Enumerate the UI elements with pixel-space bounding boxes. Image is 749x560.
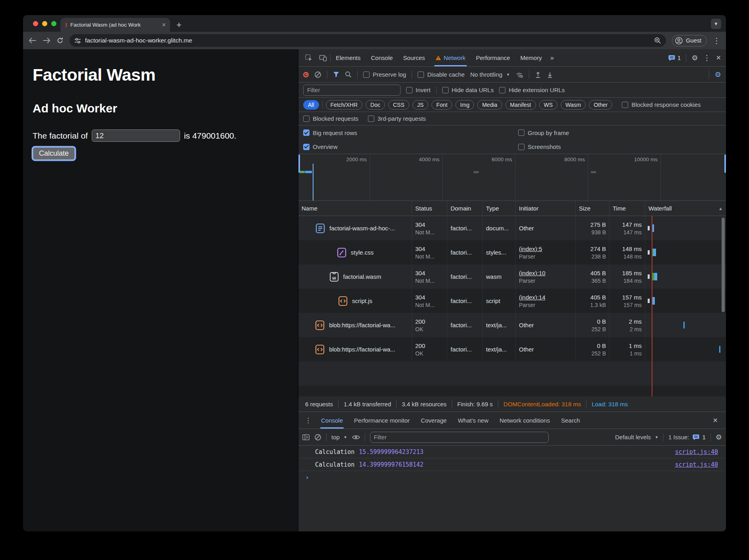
network-search-icon[interactable]: [345, 71, 352, 78]
hide-data-urls-checkbox[interactable]: Hide data URLs: [442, 87, 494, 93]
column-header-name[interactable]: Name: [298, 201, 412, 216]
context-selector-dropdown[interactable]: top ▼: [331, 434, 347, 440]
tab-search-chevron-icon[interactable]: ▼: [711, 19, 721, 29]
column-header-type[interactable]: Type: [483, 201, 516, 216]
tab-memory[interactable]: Memory: [515, 49, 547, 66]
address-bar[interactable]: factorial-wasm-ad-hoc-worker.glitch.me: [70, 34, 666, 47]
issues-counter-button[interactable]: 1 Issue: 1: [668, 434, 706, 440]
browser-menu-kebab-icon[interactable]: ⋮: [713, 36, 720, 45]
live-expression-eye-icon[interactable]: [352, 434, 360, 440]
chip-all[interactable]: All: [303, 100, 319, 110]
filter-funnel-icon[interactable]: [333, 71, 339, 77]
back-icon[interactable]: [29, 37, 37, 44]
initiator-link[interactable]: (index):5: [519, 245, 572, 252]
import-har-icon[interactable]: [535, 71, 541, 78]
tab-network[interactable]: Network: [430, 49, 471, 66]
tab-sources[interactable]: Sources: [398, 49, 430, 66]
hide-extension-urls-checkbox[interactable]: Hide extension URLs: [499, 87, 565, 93]
screenshots-checkbox[interactable]: Screenshots: [518, 143, 561, 150]
blocked-response-cookies-checkbox[interactable]: Blocked response cookies: [622, 101, 701, 108]
drawer-tab-whats-new[interactable]: What's new: [452, 412, 494, 429]
tab-elements[interactable]: Elements: [331, 49, 366, 66]
column-header-initiator[interactable]: Initiator: [516, 201, 576, 216]
initiator-link[interactable]: (index):14: [519, 294, 572, 301]
column-header-time[interactable]: Time: [610, 201, 645, 216]
throttling-dropdown[interactable]: No throttling ▼: [470, 71, 510, 78]
console-sidebar-icon[interactable]: [302, 434, 310, 440]
clear-console-icon[interactable]: [314, 434, 321, 441]
table-scrollbar[interactable]: [722, 218, 725, 312]
drawer-tab-search[interactable]: Search: [555, 412, 586, 429]
devtools-menu-kebab-icon[interactable]: ⋮: [703, 53, 711, 62]
clear-network-log-icon[interactable]: [314, 71, 321, 78]
chip-doc[interactable]: Doc: [366, 100, 385, 110]
table-row[interactable]: style.css 304Not M... factori... styles.…: [298, 240, 726, 265]
inspect-element-icon[interactable]: [302, 54, 316, 62]
close-window-button[interactable]: [33, 21, 38, 26]
message-source-link[interactable]: script.js:40: [675, 461, 718, 468]
devtools-close-icon[interactable]: ✕: [716, 54, 721, 62]
blocked-requests-checkbox[interactable]: Blocked requests: [303, 115, 358, 122]
timeline-right-handle[interactable]: [724, 154, 726, 173]
network-conditions-icon[interactable]: [515, 71, 523, 78]
guest-profile-button[interactable]: Guest: [672, 35, 707, 46]
network-overview-timeline[interactable]: 2000 ms 4000 ms 6000 ms 8000 ms 10000 ms…: [298, 154, 726, 201]
console-prompt[interactable]: ›: [298, 471, 726, 484]
more-tabs-icon[interactable]: »: [547, 54, 557, 62]
chip-manifest[interactable]: Manifest: [505, 100, 536, 110]
new-tab-button[interactable]: +: [176, 21, 182, 29]
initiator-link[interactable]: (index):10: [519, 270, 572, 276]
tab-performance[interactable]: Performance: [471, 49, 515, 66]
timeline-left-handle[interactable]: [298, 154, 300, 173]
tab-close-icon[interactable]: ✕: [162, 22, 166, 28]
table-row[interactable]: factorial-wasm-ad-hoc-... 304Not M... fa…: [298, 216, 726, 240]
chip-js[interactable]: JS: [412, 100, 428, 110]
devtools-settings-gear-icon[interactable]: ⚙: [691, 54, 698, 62]
column-header-waterfall[interactable]: Waterfall ▲: [645, 201, 726, 216]
chip-css[interactable]: CSS: [388, 100, 409, 110]
preserve-log-checkbox[interactable]: Preserve log: [363, 71, 406, 78]
column-header-domain[interactable]: Domain: [447, 201, 483, 216]
console-message[interactable]: Calculation 14.399999976158142 script.js…: [298, 458, 726, 471]
chip-other[interactable]: Other: [589, 100, 612, 110]
maximize-window-button[interactable]: [51, 21, 56, 26]
third-party-requests-checkbox[interactable]: 3rd-party requests: [368, 115, 426, 122]
disable-cache-checkbox[interactable]: Disable cache: [418, 71, 464, 78]
chip-wasm[interactable]: Wasm: [561, 100, 586, 110]
chip-ws[interactable]: WS: [539, 100, 558, 110]
console-filter-input[interactable]: [370, 432, 549, 443]
network-filter-input[interactable]: [303, 85, 401, 96]
column-header-size[interactable]: Size: [576, 201, 610, 216]
table-row[interactable]: blob:https://factorial-wa... 200OK facto…: [298, 337, 726, 361]
window-controls[interactable]: [33, 21, 56, 26]
network-settings-gear-icon[interactable]: ⚙: [715, 71, 721, 78]
chip-img[interactable]: Img: [455, 100, 474, 110]
browser-tab[interactable]: ! Factorial Wasm (ad hoc Work ✕: [60, 18, 170, 32]
drawer-tab-performance-monitor[interactable]: Performance monitor: [348, 412, 415, 429]
table-row[interactable]: script.js 304Not M... factori... script …: [298, 289, 726, 313]
drawer-close-icon[interactable]: ✕: [713, 417, 718, 424]
drawer-tab-coverage[interactable]: Coverage: [415, 412, 452, 429]
drawer-tab-network-conditions[interactable]: Network conditions: [494, 412, 555, 429]
console-message[interactable]: Calculation 15.599999964237213 script.js…: [298, 446, 726, 458]
tab-console[interactable]: Console: [366, 49, 398, 66]
drawer-menu-kebab-icon[interactable]: ⋮: [301, 416, 315, 425]
overview-checkbox[interactable]: Overview: [303, 143, 338, 150]
export-har-icon[interactable]: [547, 71, 553, 78]
record-network-log-icon[interactable]: [303, 72, 309, 77]
site-settings-icon[interactable]: [74, 37, 81, 44]
device-toolbar-icon[interactable]: [316, 54, 330, 62]
message-source-link[interactable]: script.js:40: [675, 448, 718, 456]
drawer-tab-console[interactable]: Console: [315, 412, 348, 429]
zoom-icon[interactable]: [654, 37, 661, 44]
invert-checkbox[interactable]: Invert: [406, 87, 431, 93]
table-row[interactable]: WA factorial.wasm 304Not M... factori...…: [298, 265, 726, 289]
calculate-button[interactable]: Calculate: [33, 147, 75, 160]
big-request-rows-checkbox[interactable]: Big request rows: [303, 129, 357, 136]
table-row[interactable]: blob:https://factorial-wa... 200OK facto…: [298, 313, 726, 337]
url-text[interactable]: factorial-wasm-ad-hoc-worker.glitch.me: [85, 37, 192, 44]
chip-font[interactable]: Font: [432, 100, 452, 110]
issues-button[interactable]: 1: [668, 54, 681, 61]
forward-icon[interactable]: [43, 37, 50, 44]
group-by-frame-checkbox[interactable]: Group by frame: [518, 129, 569, 136]
